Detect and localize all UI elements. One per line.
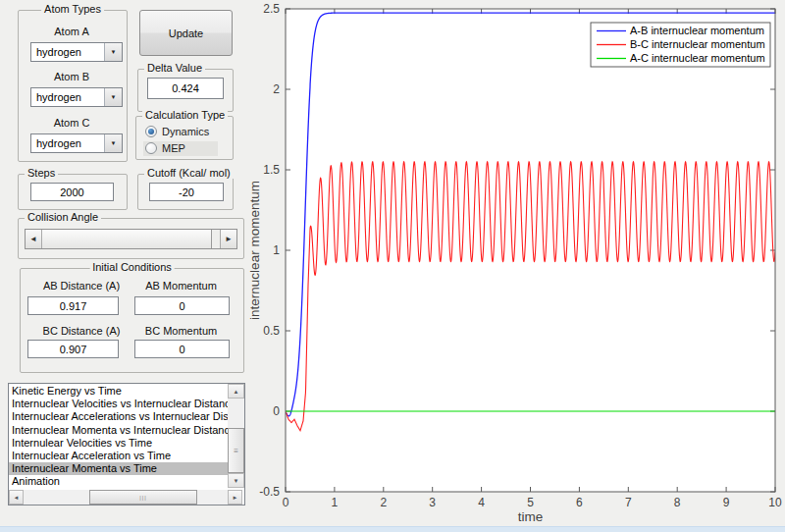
cutoff-title: Cutoff (Kcal/ mol) <box>144 167 234 179</box>
radio-mep-label: MEP <box>162 142 185 154</box>
y-tick-label: 2.5 <box>263 2 280 16</box>
y-tick-label: 0 <box>273 404 280 418</box>
x-tick-label: 5 <box>527 496 534 509</box>
legend: A-B internuclear momentumB-C internuclea… <box>591 23 770 67</box>
list-item[interactable]: Internuclear Acceleration vs Time <box>9 450 228 462</box>
atom-a-value: hydrogen <box>31 43 104 61</box>
list-item[interactable]: Internuclear Accelerations vs Internucle… <box>9 410 228 423</box>
list-item[interactable]: Internuclear Momenta vs Time <box>9 462 228 475</box>
window-bottom-strip <box>0 526 785 532</box>
slider-right-arrow-icon[interactable]: ► <box>220 230 236 248</box>
steps-title: Steps <box>25 167 58 179</box>
bc-momentum-field[interactable]: 0 <box>134 340 230 358</box>
delta-value-title: Delta Value <box>144 62 205 74</box>
collision-angle-slider[interactable]: ◄ ► <box>25 229 237 249</box>
gui-window: Atom Types Atom A hydrogen ▼ Atom B hydr… <box>0 0 785 532</box>
radio-icon[interactable] <box>145 126 157 137</box>
slider-thumb[interactable] <box>42 230 212 248</box>
scroll-up-icon[interactable]: ▲ <box>228 384 244 399</box>
vertical-scroll-thumb[interactable]: ≡ <box>228 428 244 473</box>
list-item[interactable]: Internuclear Momenta vs Internuclear Dis… <box>9 424 228 437</box>
x-tick-label: 9 <box>723 496 730 509</box>
x-tick-label: 2 <box>380 496 387 509</box>
delta-value-field[interactable]: 0.424 <box>147 78 224 99</box>
y-tick-label: 1.5 <box>263 163 280 177</box>
y-axis-label: internuclear momentum <box>247 181 262 320</box>
x-tick-label: 8 <box>674 496 681 509</box>
dropdown-arrow-icon[interactable]: ▼ <box>104 134 122 152</box>
bc-distance-field[interactable]: 0.907 <box>27 340 119 358</box>
atom-b-dropdown[interactable]: hydrogen ▼ <box>30 87 123 107</box>
ab-distance-field[interactable]: 0.917 <box>27 296 119 315</box>
radio-dynamics-label: Dynamics <box>162 126 209 137</box>
horizontal-scroll-thumb[interactable]: ||| <box>89 490 197 505</box>
legend-entry-label: B-C internuclear momentum <box>630 38 765 50</box>
atom-b-label: Atom B <box>18 71 126 82</box>
x-tick-label: 6 <box>576 496 583 509</box>
collision-angle-title: Collision Angle <box>25 211 101 223</box>
radio-icon[interactable] <box>145 142 157 154</box>
atom-c-value: hydrogen <box>31 134 104 152</box>
dropdown-arrow-icon[interactable]: ▼ <box>104 43 122 61</box>
list-item[interactable]: Animation <box>9 475 228 488</box>
scroll-down-icon[interactable]: ▼ <box>228 473 244 488</box>
slider-left-arrow-icon[interactable]: ◄ <box>26 230 42 248</box>
ab-momentum-field[interactable]: 0 <box>134 296 230 315</box>
x-tick-label: 10 <box>768 496 782 509</box>
list-item[interactable]: Internulear Velocities vs Time <box>9 437 228 450</box>
list-item[interactable]: Internuclear Velocities vs Internuclear … <box>9 398 228 410</box>
vertical-scrollbar[interactable]: ▲ ≡ ▼ <box>228 384 244 488</box>
ab-momentum-label: AB Momentum <box>134 280 228 292</box>
y-tick-label: 1 <box>273 243 280 257</box>
momentum-vs-time-chart: 012345678910-0.500.511.522.5timeinternuc… <box>245 0 785 532</box>
bc-distance-label: BC Distance (A) <box>27 325 135 337</box>
legend-entry-label: A-C internuclear momentum <box>630 52 765 64</box>
x-tick-label: 1 <box>332 496 339 509</box>
atom-a-dropdown[interactable]: hydrogen ▼ <box>30 42 123 62</box>
x-tick-label: 7 <box>625 496 632 509</box>
update-button[interactable]: Update <box>139 10 233 56</box>
y-tick-label: 0.5 <box>263 324 280 338</box>
list-item[interactable]: Kinetic Energy vs Time <box>9 385 228 398</box>
radio-dynamics[interactable]: Dynamics <box>145 126 209 137</box>
legend-entry-label: A-B internuclear momentum <box>630 25 764 36</box>
y-tick-label: 2 <box>273 82 280 96</box>
atom-c-label: Atom C <box>18 117 126 129</box>
atom-types-title: Atom Types <box>41 3 104 15</box>
x-axis-label: time <box>518 509 544 524</box>
steps-field[interactable]: 2000 <box>30 183 114 201</box>
x-tick-label: 3 <box>429 496 436 509</box>
atom-a-label: Atom A <box>18 26 126 37</box>
calculation-type-title: Calculation Type <box>142 109 228 121</box>
listbox-items: Kinetic Energy vs TimeInternuclear Veloc… <box>9 385 228 489</box>
scroll-left-icon[interactable]: ◄ <box>9 490 24 505</box>
x-tick-label: 4 <box>478 496 485 509</box>
ab-distance-label: AB Distance (A) <box>27 280 135 292</box>
plot-type-listbox[interactable]: Kinetic Energy vs TimeInternuclear Veloc… <box>8 383 245 505</box>
cutoff-field[interactable]: -20 <box>149 183 224 201</box>
atom-c-dropdown[interactable]: hydrogen ▼ <box>30 133 123 153</box>
x-tick-label: 0 <box>283 496 289 509</box>
bc-momentum-label: BC Momentum <box>134 325 228 337</box>
atom-b-value: hydrogen <box>31 88 104 106</box>
scroll-right-icon[interactable]: ► <box>228 490 242 505</box>
radio-mep[interactable]: MEP <box>145 142 185 154</box>
initial-conditions-title: Initial Conditions <box>89 261 175 273</box>
y-tick-label: -0.5 <box>259 485 280 499</box>
horizontal-scrollbar[interactable]: ◄ ||| ► <box>9 490 242 505</box>
dropdown-arrow-icon[interactable]: ▼ <box>104 88 122 106</box>
